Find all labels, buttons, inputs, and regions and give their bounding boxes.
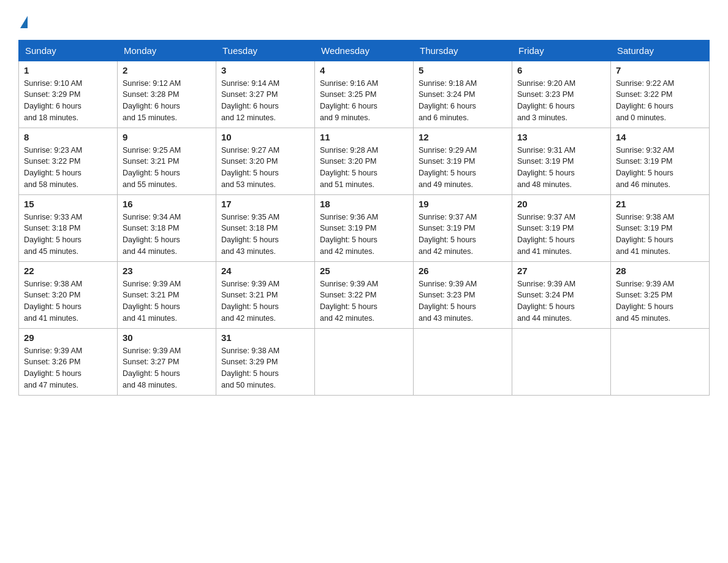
- calendar-cell-w4-d3: 24 Sunrise: 9:39 AMSunset: 3:21 PMDaylig…: [216, 261, 315, 328]
- day-number: 1: [24, 65, 112, 75]
- day-number: 10: [221, 132, 309, 142]
- logo: [18, 12, 28, 30]
- day-info: Sunrise: 9:33 AMSunset: 3:18 PMDaylight:…: [24, 213, 82, 256]
- day-number: 22: [24, 266, 112, 276]
- calendar-week-5: 29 Sunrise: 9:39 AMSunset: 3:26 PMDaylig…: [19, 328, 710, 395]
- day-number: 20: [517, 199, 605, 209]
- header-friday: Friday: [512, 40, 611, 61]
- calendar-cell-w2-d7: 14 Sunrise: 9:32 AMSunset: 3:19 PMDaylig…: [611, 128, 710, 194]
- calendar-cell-w2-d2: 9 Sunrise: 9:25 AMSunset: 3:21 PMDayligh…: [118, 128, 216, 194]
- day-info: Sunrise: 9:38 AMSunset: 3:19 PMDaylight:…: [616, 213, 674, 256]
- day-number: 15: [24, 199, 112, 209]
- calendar-cell-w1-d5: 5 Sunrise: 9:18 AMSunset: 3:24 PMDayligh…: [414, 61, 512, 128]
- calendar-week-3: 15 Sunrise: 9:33 AMSunset: 3:18 PMDaylig…: [19, 194, 710, 261]
- day-number: 25: [320, 266, 408, 276]
- day-info: Sunrise: 9:31 AMSunset: 3:19 PMDaylight:…: [517, 146, 575, 189]
- day-number: 13: [517, 132, 605, 142]
- day-number: 24: [221, 266, 309, 276]
- day-number: 3: [221, 65, 309, 75]
- calendar-week-4: 22 Sunrise: 9:38 AMSunset: 3:20 PMDaylig…: [19, 261, 710, 328]
- day-info: Sunrise: 9:34 AMSunset: 3:18 PMDaylight:…: [123, 213, 181, 256]
- day-info: Sunrise: 9:23 AMSunset: 3:22 PMDaylight:…: [24, 146, 82, 189]
- day-info: Sunrise: 9:37 AMSunset: 3:19 PMDaylight:…: [517, 213, 575, 256]
- day-info: Sunrise: 9:37 AMSunset: 3:19 PMDaylight:…: [419, 213, 477, 256]
- calendar-cell-w1-d6: 6 Sunrise: 9:20 AMSunset: 3:23 PMDayligh…: [512, 61, 611, 128]
- calendar-table: SundayMondayTuesdayWednesdayThursdayFrid…: [18, 40, 710, 396]
- calendar-cell-w1-d4: 4 Sunrise: 9:16 AMSunset: 3:25 PMDayligh…: [315, 61, 414, 128]
- calendar-cell-w4-d2: 23 Sunrise: 9:39 AMSunset: 3:21 PMDaylig…: [118, 261, 216, 328]
- day-info: Sunrise: 9:14 AMSunset: 3:27 PMDaylight:…: [221, 79, 279, 122]
- day-number: 16: [123, 199, 211, 209]
- day-info: Sunrise: 9:12 AMSunset: 3:28 PMDaylight:…: [123, 79, 181, 122]
- calendar-cell-w4-d6: 27 Sunrise: 9:39 AMSunset: 3:24 PMDaylig…: [512, 261, 611, 328]
- day-number: 26: [419, 266, 507, 276]
- calendar-cell-w4-d5: 26 Sunrise: 9:39 AMSunset: 3:23 PMDaylig…: [414, 261, 512, 328]
- day-info: Sunrise: 9:27 AMSunset: 3:20 PMDaylight:…: [221, 146, 279, 189]
- day-number: 2: [123, 65, 211, 75]
- calendar-week-1: 1 Sunrise: 9:10 AMSunset: 3:29 PMDayligh…: [19, 61, 710, 128]
- calendar-cell-w1-d1: 1 Sunrise: 9:10 AMSunset: 3:29 PMDayligh…: [19, 61, 118, 128]
- calendar-cell-w4-d7: 28 Sunrise: 9:39 AMSunset: 3:25 PMDaylig…: [611, 261, 710, 328]
- header-thursday: Thursday: [414, 40, 512, 61]
- day-info: Sunrise: 9:39 AMSunset: 3:26 PMDaylight:…: [24, 347, 82, 389]
- day-info: Sunrise: 9:38 AMSunset: 3:29 PMDaylight:…: [221, 347, 279, 389]
- calendar-cell-w3-d2: 16 Sunrise: 9:34 AMSunset: 3:18 PMDaylig…: [118, 194, 216, 261]
- calendar-cell-w5-d4: [315, 328, 414, 395]
- logo-triangle-icon: [20, 16, 28, 28]
- day-info: Sunrise: 9:39 AMSunset: 3:23 PMDaylight:…: [419, 280, 477, 323]
- calendar-cell-w1-d2: 2 Sunrise: 9:12 AMSunset: 3:28 PMDayligh…: [118, 61, 216, 128]
- day-info: Sunrise: 9:36 AMSunset: 3:19 PMDaylight:…: [320, 213, 378, 256]
- day-number: 31: [221, 332, 309, 343]
- calendar-cell-w3-d3: 17 Sunrise: 9:35 AMSunset: 3:18 PMDaylig…: [216, 194, 315, 261]
- day-info: Sunrise: 9:39 AMSunset: 3:27 PMDaylight:…: [123, 347, 181, 389]
- calendar-cell-w1-d3: 3 Sunrise: 9:14 AMSunset: 3:27 PMDayligh…: [216, 61, 315, 128]
- day-info: Sunrise: 9:38 AMSunset: 3:20 PMDaylight:…: [24, 280, 82, 323]
- day-info: Sunrise: 9:28 AMSunset: 3:20 PMDaylight:…: [320, 146, 378, 189]
- day-info: Sunrise: 9:20 AMSunset: 3:23 PMDaylight:…: [517, 79, 575, 122]
- calendar-cell-w5-d1: 29 Sunrise: 9:39 AMSunset: 3:26 PMDaylig…: [19, 328, 118, 395]
- calendar-cell-w5-d5: [414, 328, 512, 395]
- day-info: Sunrise: 9:35 AMSunset: 3:18 PMDaylight:…: [221, 213, 279, 256]
- day-info: Sunrise: 9:22 AMSunset: 3:22 PMDaylight:…: [616, 79, 674, 122]
- day-info: Sunrise: 9:39 AMSunset: 3:22 PMDaylight:…: [320, 280, 378, 323]
- day-number: 21: [616, 199, 704, 209]
- day-info: Sunrise: 9:10 AMSunset: 3:29 PMDaylight:…: [24, 79, 82, 122]
- day-number: 7: [616, 65, 704, 75]
- day-number: 29: [24, 332, 112, 343]
- calendar-cell-w4-d4: 25 Sunrise: 9:39 AMSunset: 3:22 PMDaylig…: [315, 261, 414, 328]
- day-info: Sunrise: 9:32 AMSunset: 3:19 PMDaylight:…: [616, 146, 674, 189]
- header-wednesday: Wednesday: [315, 40, 414, 61]
- day-number: 19: [419, 199, 507, 209]
- day-info: Sunrise: 9:39 AMSunset: 3:21 PMDaylight:…: [123, 280, 181, 323]
- day-number: 18: [320, 199, 408, 209]
- day-info: Sunrise: 9:29 AMSunset: 3:19 PMDaylight:…: [419, 146, 477, 189]
- header-tuesday: Tuesday: [216, 40, 315, 61]
- page-header: [18, 12, 710, 30]
- calendar-cell-w4-d1: 22 Sunrise: 9:38 AMSunset: 3:20 PMDaylig…: [19, 261, 118, 328]
- calendar-week-2: 8 Sunrise: 9:23 AMSunset: 3:22 PMDayligh…: [19, 128, 710, 194]
- header-sunday: Sunday: [19, 40, 118, 61]
- day-info: Sunrise: 9:25 AMSunset: 3:21 PMDaylight:…: [123, 146, 181, 189]
- calendar-cell-w3-d4: 18 Sunrise: 9:36 AMSunset: 3:19 PMDaylig…: [315, 194, 414, 261]
- calendar-cell-w5-d3: 31 Sunrise: 9:38 AMSunset: 3:29 PMDaylig…: [216, 328, 315, 395]
- calendar-cell-w3-d6: 20 Sunrise: 9:37 AMSunset: 3:19 PMDaylig…: [512, 194, 611, 261]
- header-saturday: Saturday: [611, 40, 710, 61]
- day-number: 5: [419, 65, 507, 75]
- calendar-cell-w3-d5: 19 Sunrise: 9:37 AMSunset: 3:19 PMDaylig…: [414, 194, 512, 261]
- header-monday: Monday: [118, 40, 216, 61]
- day-number: 28: [616, 266, 704, 276]
- day-info: Sunrise: 9:16 AMSunset: 3:25 PMDaylight:…: [320, 79, 378, 122]
- day-info: Sunrise: 9:18 AMSunset: 3:24 PMDaylight:…: [419, 79, 477, 122]
- day-info: Sunrise: 9:39 AMSunset: 3:21 PMDaylight:…: [221, 280, 279, 323]
- calendar-cell-w5-d7: [611, 328, 710, 395]
- calendar-cell-w2-d1: 8 Sunrise: 9:23 AMSunset: 3:22 PMDayligh…: [19, 128, 118, 194]
- day-number: 11: [320, 132, 408, 142]
- calendar-cell-w3-d1: 15 Sunrise: 9:33 AMSunset: 3:18 PMDaylig…: [19, 194, 118, 261]
- calendar-cell-w5-d6: [512, 328, 611, 395]
- day-number: 4: [320, 65, 408, 75]
- calendar-cell-w3-d7: 21 Sunrise: 9:38 AMSunset: 3:19 PMDaylig…: [611, 194, 710, 261]
- calendar-cell-w2-d3: 10 Sunrise: 9:27 AMSunset: 3:20 PMDaylig…: [216, 128, 315, 194]
- calendar-cell-w2-d4: 11 Sunrise: 9:28 AMSunset: 3:20 PMDaylig…: [315, 128, 414, 194]
- day-number: 6: [517, 65, 605, 75]
- day-number: 23: [123, 266, 211, 276]
